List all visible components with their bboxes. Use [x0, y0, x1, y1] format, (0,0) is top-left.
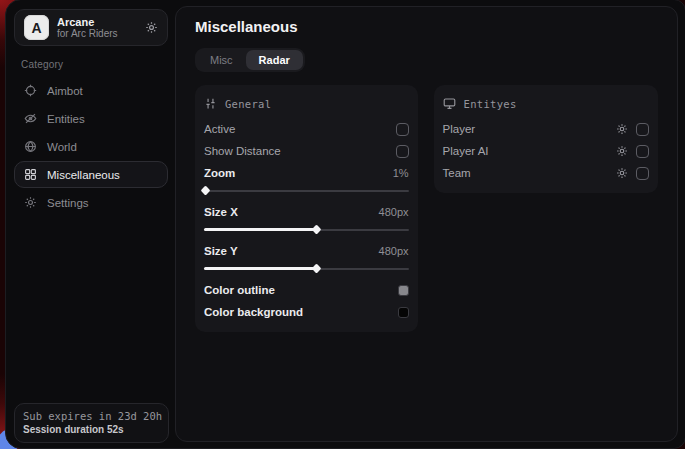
sidebar-item-label: Miscellaneous	[47, 169, 120, 181]
size-y-slider[interactable]	[204, 263, 409, 274]
gear-icon[interactable]	[145, 21, 158, 34]
row-label: Size X	[204, 206, 238, 218]
screen: A Arcane for Arc Riders Category	[0, 0, 685, 449]
sidebar: A Arcane for Arc Riders Category	[6, 0, 172, 448]
tab-misc[interactable]: Misc	[197, 50, 246, 70]
app-logo: A	[24, 15, 49, 40]
cards-row: General Active Show Distance Zoom 1%	[195, 85, 658, 332]
row-size-y: Size Y 480px	[204, 240, 409, 262]
gear-icon[interactable]	[616, 123, 628, 135]
app-card: A Arcane for Arc Riders	[14, 9, 168, 46]
slider-fill	[204, 267, 317, 270]
general-panel-title: General	[225, 98, 271, 110]
player-ai-checkbox[interactable]	[636, 145, 649, 158]
sidebar-item-aimbot[interactable]: Aimbot	[14, 77, 168, 104]
sidebar-item-label: Settings	[47, 197, 89, 209]
size-y-value: 480px	[379, 245, 409, 257]
row-color-outline: Color outline	[204, 279, 409, 301]
grid-icon	[24, 168, 37, 181]
slider-thumb[interactable]	[201, 186, 211, 196]
page-title: Miscellaneous	[195, 18, 658, 35]
zoom-slider[interactable]	[204, 185, 409, 196]
main-panel: Miscellaneous Misc Radar General	[175, 6, 678, 442]
category-label: Category	[21, 59, 168, 70]
row-player-ai: Player AI	[443, 140, 649, 162]
general-panel-header: General	[204, 94, 409, 118]
player-checkbox[interactable]	[636, 123, 649, 136]
tab-radar[interactable]: Radar	[246, 50, 303, 70]
sidebar-item-entities[interactable]: Entities	[14, 105, 168, 132]
active-checkbox[interactable]	[396, 123, 409, 136]
monitor-icon	[443, 97, 456, 110]
crosshair-icon	[24, 84, 37, 97]
app-text: Arcane for Arc Riders	[57, 16, 137, 40]
app-subtitle: for Arc Riders	[57, 28, 137, 40]
entities-panel-title: Entityes	[464, 98, 517, 110]
row-show-distance: Show Distance	[204, 140, 409, 162]
sliders-icon	[204, 97, 217, 110]
sidebar-item-world[interactable]: World	[14, 133, 168, 160]
row-controls	[616, 167, 649, 180]
row-zoom: Zoom 1%	[204, 162, 409, 184]
size-x-value: 480px	[379, 206, 409, 218]
team-checkbox[interactable]	[636, 167, 649, 180]
row-controls	[616, 123, 649, 136]
entities-icon	[24, 112, 37, 125]
gear-icon[interactable]	[616, 167, 628, 179]
app-logo-letter: A	[31, 20, 41, 36]
color-outline-swatch[interactable]	[398, 285, 409, 296]
general-panel: General Active Show Distance Zoom 1%	[195, 85, 418, 332]
row-label: Zoom	[204, 167, 235, 179]
color-background-swatch[interactable]	[398, 307, 409, 318]
sidebar-item-label: World	[47, 141, 77, 153]
show-distance-checkbox[interactable]	[396, 145, 409, 158]
gear-icon[interactable]	[616, 145, 628, 157]
row-size-x: Size X 480px	[204, 201, 409, 223]
tab-bar: Misc Radar	[195, 48, 305, 72]
row-label: Color outline	[204, 284, 275, 296]
zoom-value: 1%	[393, 167, 409, 179]
app-window: A Arcane for Arc Riders Category	[5, 0, 685, 449]
slider-thumb[interactable]	[311, 225, 321, 235]
slider-track	[204, 190, 409, 192]
sidebar-item-label: Entities	[47, 113, 85, 125]
sidebar-nav: Aimbot Entities	[14, 77, 168, 217]
session-duration-text: Session duration 52s	[23, 424, 160, 435]
globe-icon	[24, 140, 37, 153]
entities-panel: Entityes Player	[434, 85, 658, 193]
row-label: Show Distance	[204, 145, 281, 157]
row-team: Team	[443, 162, 649, 184]
slider-fill	[204, 228, 317, 231]
row-color-background: Color background	[204, 301, 409, 323]
row-controls	[616, 145, 649, 158]
sidebar-item-settings[interactable]: Settings	[14, 189, 168, 216]
row-player: Player	[443, 118, 649, 140]
row-label: Active	[204, 123, 235, 135]
row-label: Size Y	[204, 245, 238, 257]
app-name: Arcane	[57, 16, 137, 28]
sub-expires-text: Sub expires in 23d 20h	[23, 410, 160, 422]
sidebar-item-label: Aimbot	[47, 85, 83, 97]
sidebar-item-miscellaneous[interactable]: Miscellaneous	[14, 161, 168, 188]
subscription-info-box: Sub expires in 23d 20h Session duration …	[14, 403, 169, 443]
row-label: Team	[443, 167, 471, 179]
row-label: Color background	[204, 306, 303, 318]
row-label: Player AI	[443, 145, 489, 157]
entities-panel-header: Entityes	[443, 94, 649, 118]
slider-thumb[interactable]	[311, 264, 321, 274]
row-active: Active	[204, 118, 409, 140]
gear-icon	[24, 196, 37, 209]
size-x-slider[interactable]	[204, 224, 409, 235]
row-label: Player	[443, 123, 476, 135]
